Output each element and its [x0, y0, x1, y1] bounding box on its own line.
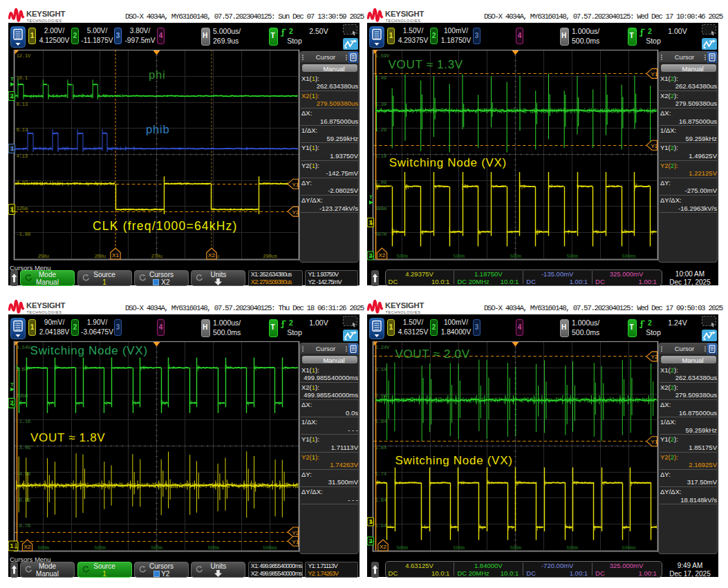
svg-text:X2: X2: [24, 543, 31, 549]
svg-text:500m: 500m: [94, 545, 106, 551]
svg-text:KEYSIGHT: KEYSIGHT: [26, 301, 65, 310]
svg-text:125m: 125m: [17, 205, 28, 211]
svg-text:4.13: 4.13: [17, 153, 28, 159]
svg-text:TECHNOLOGIES: TECHNOLOGIES: [27, 19, 62, 23]
svg-text:KEYSIGHT: KEYSIGHT: [26, 10, 65, 18]
svg-text:270u: 270u: [151, 254, 162, 259]
svg-text:X2: X2: [379, 252, 386, 258]
svg-text:8.13: 8.13: [17, 101, 28, 106]
svg-text:T: T: [10, 76, 14, 82]
svg-text:VOUT ≈ 1.8V: VOUT ≈ 1.8V: [30, 430, 105, 444]
svg-text:500m: 500m: [510, 254, 521, 259]
svg-text:TECHNOLOGIES: TECHNOLOGIES: [386, 19, 421, 23]
svg-text:Y1: Y1: [651, 70, 658, 77]
svg-text:-1.88: -1.88: [17, 231, 31, 237]
svg-text:500m: 500m: [396, 254, 408, 259]
svg-text:TECHNOLOGIES: TECHNOLOGIES: [386, 310, 421, 314]
svg-text:500m: 500m: [453, 545, 465, 551]
svg-text:-8.76: -8.76: [17, 523, 31, 529]
svg-text:Y2: Y2: [651, 354, 658, 360]
svg-text:1.39: 1.39: [375, 101, 387, 106]
svg-text:phib: phib: [146, 123, 169, 135]
svg-text:2.24V: 2.24V: [375, 344, 390, 350]
svg-text:500m: 500m: [566, 545, 578, 551]
svg-text:2.04: 2.04: [375, 392, 387, 398]
svg-text:12.1V: 12.1V: [17, 53, 31, 58]
svg-text:4.54V: 4.54V: [17, 344, 31, 350]
svg-text:500m: 500m: [151, 545, 162, 551]
svg-text:Switching Node (VX): Switching Node (VX): [30, 344, 148, 357]
svg-text:500ms: 500ms: [622, 545, 635, 551]
svg-text:KEYSIGHT: KEYSIGHT: [385, 10, 424, 18]
svg-text:290us: 290us: [263, 254, 277, 259]
svg-text:1.94: 1.94: [375, 419, 387, 424]
svg-text:500m: 500m: [453, 254, 465, 259]
svg-text:250u: 250u: [37, 254, 48, 259]
svg-text:500m: 500m: [37, 545, 49, 551]
svg-text:500m: 500m: [207, 545, 219, 551]
svg-text:TECHNOLOGIES: TECHNOLOGIES: [27, 310, 62, 314]
svg-text:KEYSIGHT: KEYSIGHT: [385, 301, 424, 310]
svg-text:X2: X2: [380, 543, 386, 549]
svg-text:-4.96: -4.96: [17, 471, 31, 476]
svg-text:500ms: 500ms: [622, 254, 635, 259]
svg-text:CLK (freq/1000=64kHz): CLK (freq/1000=64kHz): [93, 219, 238, 233]
svg-text:Y1: Y1: [292, 538, 299, 544]
svg-text:VOUT ≈ 1.3V: VOUT ≈ 1.3V: [389, 58, 463, 71]
svg-text:1.19: 1.19: [375, 153, 387, 159]
svg-text:1.84: 1.84: [375, 445, 387, 451]
svg-text:Switching Node (VX): Switching Node (VX): [395, 454, 512, 467]
svg-text:Y2: Y2: [292, 209, 299, 215]
svg-text:-1.16: -1.16: [17, 419, 31, 424]
svg-text:1.64: 1.64: [375, 497, 387, 502]
svg-text:X2: X2: [208, 252, 215, 258]
svg-text:VOUT ≈ 2.0V: VOUT ≈ 2.0V: [395, 347, 469, 360]
svg-text:887m: 887m: [375, 231, 387, 237]
svg-text:Y2: Y2: [292, 529, 299, 535]
svg-text:500ms: 500ms: [263, 545, 277, 551]
svg-text:X1: X1: [112, 252, 119, 258]
svg-text:Y1: Y1: [651, 439, 658, 445]
svg-text:6.13: 6.13: [17, 127, 28, 133]
svg-text:2.14: 2.14: [375, 366, 387, 372]
svg-text:500m: 500m: [566, 254, 578, 259]
svg-text:T: T: [369, 194, 373, 200]
svg-text:1: 1: [10, 542, 14, 549]
svg-text:1.29: 1.29: [375, 127, 387, 133]
svg-text:988m: 988m: [375, 205, 387, 211]
svg-text:Y2: Y2: [651, 142, 658, 149]
svg-text:500m: 500m: [510, 545, 521, 551]
svg-text:500m: 500m: [396, 545, 408, 551]
svg-text:1.74: 1.74: [375, 471, 387, 476]
svg-text:Switching Node (VX): Switching Node (VX): [389, 155, 507, 169]
svg-text:-6.86: -6.86: [17, 497, 31, 502]
svg-text:-3.06: -3.06: [17, 445, 31, 451]
svg-text:260u: 260u: [94, 254, 105, 259]
svg-text:phi: phi: [149, 68, 165, 81]
svg-text:1.49: 1.49: [375, 75, 387, 80]
svg-text:Y1: Y1: [292, 181, 299, 187]
svg-text:T: T: [10, 381, 14, 387]
svg-text:1.54: 1.54: [375, 523, 387, 529]
